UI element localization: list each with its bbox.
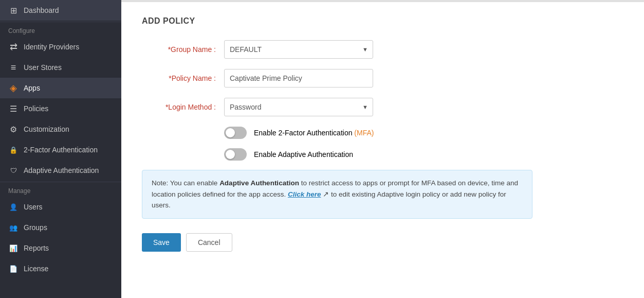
- two-factor-icon: [8, 145, 19, 155]
- sidebar-item-label: 2-Factor Authentication: [24, 146, 98, 154]
- toggle-2fa-row: Enable 2-Factor Authentication (MFA): [224, 127, 623, 139]
- group-name-select[interactable]: DEFAULT Admin All Users: [224, 40, 373, 59]
- sidebar-item-policies[interactable]: Policies: [0, 98, 121, 119]
- group-name-select-wrapper: DEFAULT Admin All Users: [224, 40, 373, 59]
- adaptive-auth-icon: [8, 165, 19, 176]
- policy-name-row: *Policy Name :: [142, 69, 623, 87]
- sidebar-item-identity-providers[interactable]: Identity Providers: [0, 37, 121, 57]
- users-icon: [8, 202, 19, 212]
- sidebar-item-user-stores[interactable]: User Stores: [0, 57, 121, 78]
- page-title: ADD POLICY: [142, 16, 623, 26]
- policy-name-input[interactable]: [224, 69, 373, 87]
- sidebar-item-label: User Stores: [24, 63, 62, 72]
- userstores-icon: [8, 62, 19, 73]
- sidebar-item-label: Reports: [24, 244, 49, 252]
- identity-icon: [8, 42, 19, 52]
- ext-icon: ↗: [321, 190, 329, 198]
- sidebar-item-groups[interactable]: Groups: [0, 217, 121, 238]
- note-box: Note: You can enable Adaptive Authentica…: [142, 170, 532, 219]
- group-name-label: *Group Name :: [142, 45, 224, 54]
- sidebar-item-label: Identity Providers: [24, 43, 79, 51]
- policy-name-label: *Policy Name :: [142, 74, 224, 82]
- toggle-2fa-label: Enable 2-Factor Authentication (MFA): [254, 129, 374, 137]
- toggle-adaptive-thumb: [226, 150, 235, 159]
- sidebar-item-label: Policies: [24, 104, 48, 113]
- toggle-adaptive-row: Enable Adaptive Authentication: [224, 148, 623, 161]
- toggle-2fa[interactable]: [224, 127, 247, 139]
- sidebar-item-label: Users: [24, 203, 43, 211]
- groups-icon: [8, 222, 19, 233]
- sidebar: Dashboard Configure Identity Providers U…: [0, 0, 121, 298]
- sidebar-item-dashboard[interactable]: Dashboard: [0, 0, 121, 21]
- click-here-link[interactable]: Click here: [288, 190, 321, 198]
- sidebar-item-apps[interactable]: Apps: [0, 78, 121, 98]
- save-button[interactable]: Save: [142, 233, 181, 252]
- sidebar-item-users[interactable]: Users: [0, 197, 121, 217]
- login-method-row: *Login Method : Password SSO Both: [142, 98, 623, 116]
- license-icon: [8, 264, 19, 274]
- content-area: ADD POLICY *Group Name : DEFAULT Admin A…: [121, 2, 644, 298]
- cancel-button[interactable]: Cancel: [186, 233, 232, 252]
- note-text-before: Note: You can enable: [152, 179, 219, 187]
- sidebar-item-label: License: [24, 265, 48, 273]
- policies-icon: [8, 103, 19, 114]
- toggle-2fa-thumb: [226, 128, 235, 137]
- reports-icon: [8, 243, 19, 253]
- note-bold-text: Adaptive Authentication: [219, 179, 299, 187]
- main-content: ADD POLICY *Group Name : DEFAULT Admin A…: [121, 0, 644, 298]
- group-name-row: *Group Name : DEFAULT Admin All Users: [142, 40, 623, 59]
- sidebar-item-customization[interactable]: Customization: [0, 119, 121, 139]
- login-method-select-wrapper: Password SSO Both: [224, 98, 373, 116]
- sidebar-item-label: Adaptive Authentication: [24, 166, 99, 174]
- customization-icon: [8, 124, 19, 134]
- apps-icon: [8, 83, 19, 93]
- toggle-adaptive-label: Enable Adaptive Authentication: [254, 150, 353, 159]
- sidebar-item-reports[interactable]: Reports: [0, 238, 121, 258]
- dashboard-icon: [8, 5, 19, 15]
- toggle-adaptive[interactable]: [224, 148, 247, 161]
- sidebar-item-label: Groups: [24, 223, 47, 232]
- login-method-select[interactable]: Password SSO Both: [224, 98, 373, 116]
- login-method-label: *Login Method :: [142, 103, 224, 111]
- sidebar-item-adaptive-auth[interactable]: Adaptive Authentication: [0, 160, 121, 181]
- sidebar-item-label: Apps: [24, 84, 40, 92]
- button-row: Save Cancel: [142, 233, 623, 252]
- sidebar-item-label: Customization: [24, 125, 69, 133]
- sidebar-section-manage: Manage: [0, 182, 121, 197]
- sidebar-item-2fa[interactable]: 2-Factor Authentication: [0, 139, 121, 160]
- sidebar-item-license[interactable]: License: [0, 258, 121, 279]
- sidebar-item-label: Dashboard: [24, 6, 59, 14]
- sidebar-section-configure: Configure: [0, 22, 121, 37]
